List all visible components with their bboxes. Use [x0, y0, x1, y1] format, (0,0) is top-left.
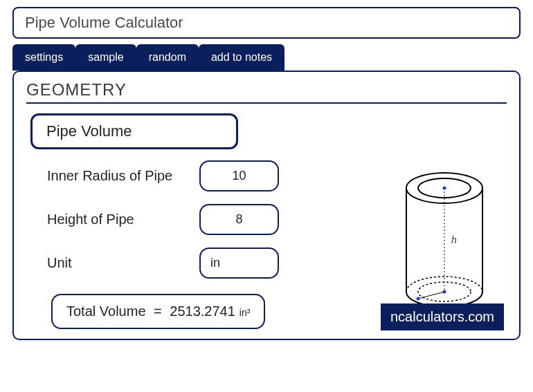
tab-sample[interactable]: sample	[75, 44, 136, 71]
tab-row: settings sample random add to notes	[0, 44, 533, 71]
tab-settings[interactable]: settings	[12, 44, 75, 71]
svg-text:h: h	[451, 234, 457, 245]
height-label: Height of Pipe	[47, 212, 199, 227]
calculator-name-box: Pipe Volume	[30, 113, 238, 149]
brand-badge: ncalculators.com	[381, 304, 504, 330]
calculator-panel: GEOMETRY Pipe Volume Inner Radius of Pip…	[12, 71, 521, 340]
section-title: GEOMETRY	[26, 80, 507, 104]
unit-label: Unit	[47, 255, 199, 271]
svg-point-10	[417, 297, 420, 301]
result-label: Total Volume	[66, 304, 146, 319]
result-unit: in³	[240, 307, 251, 318]
inner-radius-input[interactable]	[199, 160, 279, 192]
result-value: 2513.2741	[170, 304, 235, 319]
tab-random[interactable]: random	[136, 44, 199, 71]
result-box: Total Volume = 2513.2741 in³	[51, 294, 265, 329]
page-title: Pipe Volume Calculator	[12, 7, 521, 39]
tab-add-to-notes[interactable]: add to notes	[199, 44, 284, 71]
pipe-diagram-icon: h	[382, 160, 507, 319]
height-input[interactable]	[199, 204, 279, 235]
svg-point-7	[443, 187, 446, 190]
inner-radius-label: Inner Radius of Pipe	[47, 168, 199, 184]
unit-input[interactable]	[199, 248, 279, 279]
field-row-height: Height of Pipe	[47, 204, 354, 235]
field-row-unit: Unit	[47, 248, 354, 279]
field-row-inner-radius: Inner Radius of Pipe	[47, 160, 354, 192]
svg-line-9	[418, 292, 444, 299]
result-equals: =	[150, 304, 166, 319]
